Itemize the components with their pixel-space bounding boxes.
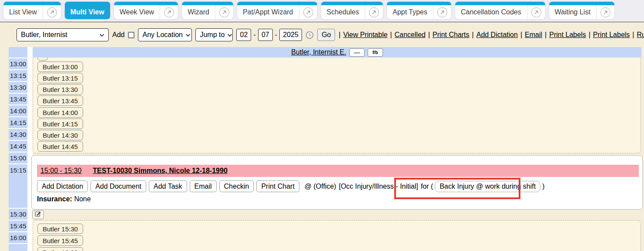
tab-waiting-list[interactable]: Waiting List — [549, 2, 614, 19]
fb-button[interactable]: f/b — [368, 48, 383, 57]
open-slot-button[interactable]: Butler 14:00 — [37, 107, 83, 118]
open-slot-button[interactable]: Butler 14:15 — [37, 119, 83, 129]
time-label: 14:00 — [9, 105, 27, 116]
tab-cancellation-codes[interactable]: Cancellation Codes — [455, 2, 545, 19]
cancelled-link[interactable]: Cancelled — [395, 31, 426, 39]
add-dictation-link[interactable]: Add Dictation — [476, 31, 518, 39]
date-month-field[interactable] — [236, 29, 251, 41]
open-slot-button[interactable]: Butler 15:30 — [37, 224, 83, 234]
print-labels-link[interactable]: Print Labels — [593, 31, 630, 39]
appointment-for-text: for ( — [421, 183, 433, 190]
date-year-field[interactable] — [279, 29, 302, 41]
action-links: |View Printable |Cancelled |Print Charts… — [339, 31, 644, 39]
appointment-card: 15:00 - 15:30 TEST-10030 Simmons, Nicole… — [31, 155, 643, 210]
time-label: 14:30 — [9, 129, 27, 140]
open-new-window-icon[interactable] — [531, 7, 541, 17]
open-new-window-icon[interactable] — [437, 7, 447, 17]
open-slot-button[interactable]: Butler 14:30 — [37, 130, 83, 140]
print-charts-link[interactable]: Print Charts — [433, 31, 469, 39]
insurance-line: Insurance: None — [37, 195, 639, 203]
time-label: 13:00 — [9, 58, 27, 69]
email-link[interactable]: Email — [525, 31, 542, 39]
chevron-down-icon — [227, 31, 232, 39]
appointment-type-text: [Occ Injury/Illness - Initial] — [339, 183, 418, 190]
time-label: 14:45 — [9, 141, 27, 152]
tab-multi-view[interactable]: Multi View — [65, 2, 110, 19]
edit-slot-button[interactable] — [32, 210, 44, 219]
appointment-time-link[interactable]: 15:00 - 15:30 — [40, 167, 81, 175]
scheduler-app: List View Multi View Week View Wizard Pa… — [0, 0, 644, 251]
jump-to-select-value: Jump to — [200, 31, 225, 39]
tab-appt-types[interactable]: Appt Types — [387, 2, 451, 19]
open-slot-button[interactable]: Butler 13:00 — [37, 61, 83, 72]
view-printable-link[interactable]: View Printable — [343, 31, 388, 39]
print-labels-link[interactable]: Print Labels — [549, 31, 586, 39]
jump-to-select[interactable]: Jump to — [195, 28, 233, 41]
open-slot-button[interactable]: Butler 13:30 — [37, 84, 83, 95]
add-label: Add — [112, 31, 124, 39]
chevron-down-icon — [185, 31, 191, 39]
tab-schedules[interactable]: Schedules — [321, 2, 383, 19]
add-dictation-button[interactable]: Add Dictation — [37, 180, 88, 192]
minimize-column-button[interactable]: — — [349, 48, 365, 57]
time-label-partial — [9, 244, 27, 251]
appointment-location-text: @ (Office) — [305, 183, 336, 190]
tab-wizard[interactable]: Wizard — [182, 2, 233, 19]
open-slot-button[interactable]: Butler 16:00 — [37, 247, 83, 251]
view-tab-bar: List View Multi View Week View Wizard Pa… — [0, 0, 644, 22]
open-slot-button[interactable]: Butler 15:45 — [37, 235, 83, 246]
appointment-close-paren: ) — [542, 183, 544, 190]
run-all-link[interactable]: Run Al — [637, 31, 644, 39]
time-column-header — [9, 47, 27, 58]
open-new-window-icon[interactable] — [164, 7, 174, 17]
checkin-button[interactable]: Checkin — [219, 180, 254, 192]
time-label: 14:15 — [9, 117, 27, 128]
edit-pencil-icon — [35, 210, 41, 219]
open-slot-button[interactable]: Butler 13:15 — [37, 73, 83, 83]
date-separator: - — [275, 31, 277, 39]
open-new-window-icon[interactable] — [47, 7, 57, 17]
appointment-patient-link[interactable]: TEST-10030 Simmons, Nicole 12-18-1990 — [93, 167, 227, 175]
schedule-toolbar: Butler, Internist Add Any Location Jump … — [0, 23, 644, 47]
appointment-reason-chip[interactable]: Back Injury @ work during shift — [435, 181, 540, 192]
print-chart-button[interactable]: Print Chart — [256, 180, 299, 192]
time-label: 15:15 — [9, 164, 27, 208]
open-new-window-icon[interactable] — [303, 7, 313, 17]
add-task-button[interactable]: Add Task — [149, 180, 187, 192]
clock-icon[interactable] — [305, 31, 314, 39]
location-select[interactable]: Any Location — [138, 28, 192, 41]
time-label: 15:30 — [9, 209, 27, 220]
add-document-button[interactable]: Add Document — [91, 180, 146, 192]
time-label: 15:45 — [9, 220, 27, 231]
open-new-window-icon[interactable] — [600, 7, 610, 17]
provider-column-header: Butler, Internist E. — f/b — [33, 47, 641, 58]
open-new-window-icon[interactable] — [219, 7, 229, 17]
tab-pat-appt-wizard[interactable]: Pat/Appt Wizard — [237, 2, 317, 19]
chevron-down-icon — [99, 31, 104, 39]
date-day-field[interactable] — [258, 29, 273, 41]
appointment-actions-row: Add Dictation Add Document Add Task Emai… — [37, 180, 639, 192]
open-slots-region-bottom: Butler 15:30 Butler 15:45 Butler 16:00 — [33, 220, 641, 251]
open-new-window-icon[interactable] — [369, 7, 379, 17]
date-separator: - — [253, 31, 255, 39]
open-slot-button[interactable]: Butler 14:45 — [37, 141, 83, 152]
provider-select[interactable]: Butler, Internist — [17, 28, 109, 41]
appointment-header-bar: 15:00 - 15:30 TEST-10030 Simmons, Nicole… — [37, 165, 639, 177]
open-slots-region-top: Butler 13:00 Butler 13:15 Butler 13:30 B… — [33, 48, 641, 153]
open-slot-button[interactable]: Butler 13:45 — [37, 95, 83, 106]
insurance-value: None — [74, 195, 91, 203]
time-label: 13:30 — [9, 82, 27, 93]
email-button[interactable]: Email — [190, 180, 217, 192]
time-label: 16:00 — [9, 232, 27, 243]
insurance-label: Insurance: — [37, 195, 72, 203]
time-label: 13:45 — [9, 94, 27, 105]
provider-select-value: Butler, Internist — [21, 31, 67, 39]
go-button[interactable]: Go — [317, 29, 335, 41]
provider-header-link[interactable]: Butler, Internist E. — [291, 48, 346, 56]
time-label: 15:00 — [9, 153, 27, 163]
time-label: 13:15 — [9, 70, 27, 81]
tab-week-view[interactable]: Week View — [114, 2, 178, 19]
location-select-value: Any Location — [142, 31, 183, 39]
add-checkbox[interactable] — [128, 32, 134, 38]
tab-list-view[interactable]: List View — [3, 2, 61, 19]
